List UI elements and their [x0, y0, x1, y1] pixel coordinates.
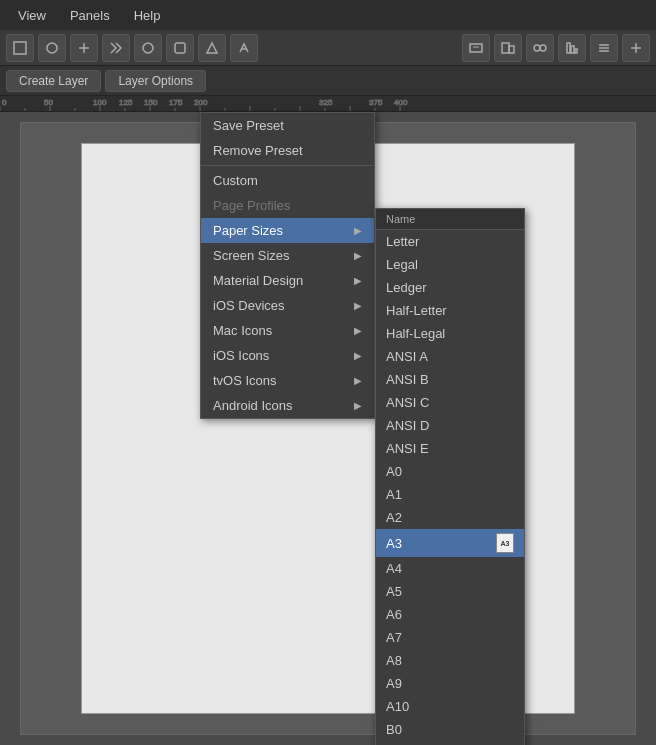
android-icons-item[interactable]: Android Icons ▶	[201, 393, 374, 418]
svg-text:200: 200	[194, 98, 208, 107]
paper-sizes-dropdown: Name LetterLegalLedgerHalf-LetterHalf-Le…	[375, 208, 525, 745]
remove-preset-item[interactable]: Remove Preset	[201, 138, 374, 163]
paper-item-a4[interactable]: A4	[376, 557, 524, 580]
toolbar-icon-5[interactable]	[134, 34, 162, 62]
menu-bar: View Panels Help	[0, 0, 656, 30]
paper-item-ansi a[interactable]: ANSI A	[376, 345, 524, 368]
mac-icons-item[interactable]: Mac Icons ▶	[201, 318, 374, 343]
toolbar-icon-8[interactable]	[230, 34, 258, 62]
svg-rect-9	[509, 46, 514, 53]
screen-sizes-item[interactable]: Screen Sizes ▶	[201, 243, 374, 268]
paper-item-a9[interactable]: A9	[376, 672, 524, 695]
material-design-item[interactable]: Material Design ▶	[201, 268, 374, 293]
material-design-arrow: ▶	[354, 275, 362, 286]
paper-item-ansi b[interactable]: ANSI B	[376, 368, 524, 391]
svg-rect-8	[502, 43, 509, 53]
svg-rect-0	[14, 42, 26, 54]
layer-options-button[interactable]: Layer Options	[105, 70, 206, 92]
create-layer-button[interactable]: Create Layer	[6, 70, 101, 92]
ios-icons-item[interactable]: iOS Icons ▶	[201, 343, 374, 368]
ios-devices-item[interactable]: iOS Devices ▶	[201, 293, 374, 318]
toolbar-right-icon-3[interactable]	[526, 34, 554, 62]
toolbar-icon-7[interactable]	[198, 34, 226, 62]
paper-item-letter[interactable]: Letter	[376, 230, 524, 253]
svg-text:375: 375	[369, 98, 383, 107]
save-preset-item[interactable]: Save Preset	[201, 113, 374, 138]
paper-sizes-header: Name	[376, 209, 524, 230]
paper-item-ansi d[interactable]: ANSI D	[376, 414, 524, 437]
toolbar-right-icon-1[interactable]	[462, 34, 490, 62]
paper-item-ansi e[interactable]: ANSI E	[376, 437, 524, 460]
paper-item-a2[interactable]: A2	[376, 506, 524, 529]
paper-item-a5[interactable]: A5	[376, 580, 524, 603]
android-icons-arrow: ▶	[354, 400, 362, 411]
toolbar-icon-4[interactable]	[102, 34, 130, 62]
layers-bar: Create Layer Layer Options ×	[0, 66, 656, 96]
svg-rect-4	[175, 43, 185, 53]
ruler: 0 50 100 125 150 175 200 32	[0, 96, 656, 112]
paper-item-a7[interactable]: A7	[376, 626, 524, 649]
paper-item-a8[interactable]: A8	[376, 649, 524, 672]
tvos-icons-item[interactable]: tvOS Icons ▶	[201, 368, 374, 393]
ios-devices-arrow: ▶	[354, 300, 362, 311]
paper-item-a3[interactable]: A3A3	[376, 529, 524, 557]
menu-panels[interactable]: Panels	[60, 4, 120, 27]
svg-text:175: 175	[169, 98, 183, 107]
toolbar-icon-1[interactable]	[6, 34, 34, 62]
svg-point-11	[540, 45, 546, 51]
menu-help[interactable]: Help	[124, 4, 171, 27]
menu-separator-1	[201, 165, 374, 166]
toolbar-right-icon-5[interactable]	[590, 34, 618, 62]
mac-icons-arrow: ▶	[354, 325, 362, 336]
svg-rect-6	[470, 44, 482, 52]
page-profiles-item[interactable]: Page Profiles	[201, 193, 374, 218]
custom-item[interactable]: Custom	[201, 168, 374, 193]
paper-item-legal[interactable]: Legal	[376, 253, 524, 276]
toolbar-right-icon-2[interactable]	[494, 34, 522, 62]
canvas-area: Save Preset Remove Preset Custom Page Pr…	[0, 112, 656, 745]
svg-point-1	[47, 43, 57, 53]
svg-text:50: 50	[44, 98, 53, 107]
paper-item-b1[interactable]: B1	[376, 741, 524, 745]
preset-dropdown: Save Preset Remove Preset Custom Page Pr…	[200, 112, 375, 419]
paper-sizes-arrow: ▶	[354, 225, 362, 236]
svg-text:125: 125	[119, 98, 133, 107]
paper-item-a0[interactable]: A0	[376, 460, 524, 483]
svg-text:400: 400	[394, 98, 408, 107]
paper-item-a6[interactable]: A6	[376, 603, 524, 626]
screen-sizes-arrow: ▶	[354, 250, 362, 261]
paper-item-ansi c[interactable]: ANSI C	[376, 391, 524, 414]
paper-item-half-legal[interactable]: Half-Legal	[376, 322, 524, 345]
paper-size-icon: A3	[496, 533, 514, 553]
svg-text:325: 325	[319, 98, 333, 107]
paper-item-half-letter[interactable]: Half-Letter	[376, 299, 524, 322]
paper-item-b0[interactable]: B0	[376, 718, 524, 741]
svg-point-10	[534, 45, 540, 51]
ios-icons-arrow: ▶	[354, 350, 362, 361]
toolbar-icon-6[interactable]	[166, 34, 194, 62]
svg-text:150: 150	[144, 98, 158, 107]
toolbar-icon-2[interactable]	[38, 34, 66, 62]
svg-text:100: 100	[93, 98, 107, 107]
toolbar-right-icon-6[interactable]	[622, 34, 650, 62]
paper-item-ledger[interactable]: Ledger	[376, 276, 524, 299]
toolbar-right-icon-4[interactable]	[558, 34, 586, 62]
paper-sizes-item[interactable]: Paper Sizes ▶	[201, 218, 374, 243]
tvos-icons-arrow: ▶	[354, 375, 362, 386]
paper-item-a10[interactable]: A10	[376, 695, 524, 718]
svg-text:0: 0	[2, 98, 7, 107]
paper-item-a1[interactable]: A1	[376, 483, 524, 506]
toolbar	[0, 30, 656, 66]
toolbar-icon-3[interactable]	[70, 34, 98, 62]
menu-view[interactable]: View	[8, 4, 56, 27]
